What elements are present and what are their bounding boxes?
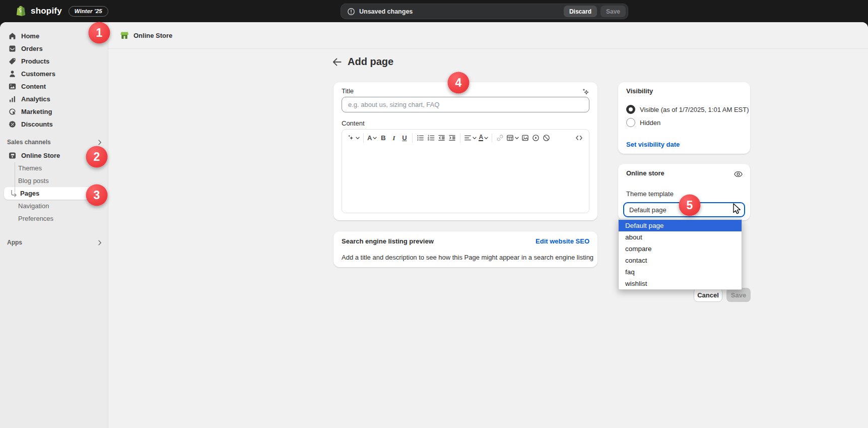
magic-icon[interactable]: [347, 132, 361, 144]
numbered-list-icon[interactable]: [426, 132, 436, 144]
seo-description: Add a title and description to see how t…: [342, 254, 593, 261]
dropdown-option-faq[interactable]: faq: [619, 266, 742, 278]
analytics-icon: [7, 95, 17, 104]
discard-button[interactable]: Discard: [564, 6, 597, 17]
theme-template-label: Theme template: [626, 190, 674, 198]
sidebar-item-products[interactable]: Products: [4, 55, 104, 68]
unsaved-changes-text: Unsaved changes: [359, 8, 413, 15]
title-content-card: Title Content: [333, 82, 597, 220]
shopify-magic-icon[interactable]: [581, 88, 590, 97]
annotation-badge-2: 2: [86, 146, 108, 168]
title-input[interactable]: [342, 97, 589, 112]
sidebar-item-discounts[interactable]: Discounts: [4, 118, 104, 131]
radio-hidden[interactable]: Hidden: [626, 118, 660, 127]
link-icon[interactable]: [495, 132, 505, 144]
discounts-icon: [7, 120, 17, 129]
italic-icon[interactable]: I: [388, 132, 399, 144]
sidebar-item-orders[interactable]: Orders: [4, 42, 104, 55]
apps-header[interactable]: Apps: [7, 237, 102, 248]
alert-circle-icon: [347, 8, 355, 16]
main-body: Add page Title Content: [108, 49, 868, 427]
save-button-top[interactable]: Save: [600, 6, 626, 17]
annotation-badge-4: 4: [448, 72, 470, 94]
bold-icon[interactable]: B: [378, 132, 388, 144]
visibility-heading: Visibility: [626, 87, 653, 95]
annotation-badge-1: 1: [89, 22, 110, 44]
dropdown-option-contact[interactable]: contact: [619, 255, 742, 266]
chevron-right-icon: [98, 140, 102, 145]
dropdown-option-compare[interactable]: compare: [619, 243, 742, 255]
content-header: Online Store: [108, 22, 868, 49]
radio-selected-icon: [626, 105, 635, 114]
customers-icon: [7, 70, 17, 79]
unsaved-changes-bar: Unsaved changes Discard Save: [341, 4, 628, 19]
products-tag-icon: [7, 57, 17, 66]
nav-connector-line: [15, 162, 15, 193]
edit-website-seo-link[interactable]: Edit website SEO: [536, 237, 589, 245]
topbar: shopify Winter ’25 Unsaved changes Disca…: [0, 0, 868, 22]
seo-card: Search engine listing preview Edit websi…: [333, 231, 597, 267]
content-label: Content: [342, 119, 365, 127]
orders-icon: [7, 44, 17, 53]
main-area: Online Store Add page Title: [108, 22, 868, 428]
brand: shopify Winter ’25: [14, 5, 108, 18]
radio-unselected-icon: [626, 118, 635, 127]
theme-template-dropdown: Default page about compare contact faq w…: [618, 219, 742, 290]
page-title: Add page: [348, 56, 393, 68]
code-icon[interactable]: [574, 132, 584, 144]
content-icon: [7, 82, 17, 91]
eye-icon[interactable]: [733, 169, 743, 179]
dropdown-option-default-page[interactable]: Default page: [619, 220, 742, 231]
outdent-icon[interactable]: [436, 132, 447, 144]
sidebar-item-preferences[interactable]: Preferences: [4, 212, 104, 225]
elbow-arrow-icon: [10, 190, 18, 197]
seo-heading: Search engine listing preview: [342, 237, 434, 245]
home-icon: [7, 32, 17, 41]
sidebar: Home Orders Products Customers Content: [0, 22, 108, 428]
chevron-right-icon: [98, 240, 102, 246]
indent-icon[interactable]: [447, 132, 457, 144]
sidebar-item-marketing[interactable]: Marketing: [4, 105, 104, 118]
winter-25-badge: Winter ’25: [69, 6, 108, 17]
green-storefront-icon: [119, 30, 129, 40]
sidebar-item-analytics[interactable]: Analytics: [4, 93, 104, 105]
table-icon[interactable]: [505, 132, 520, 144]
save-button[interactable]: Save: [726, 288, 751, 302]
rich-text-editor: A B I U: [342, 129, 589, 213]
align-icon[interactable]: [463, 132, 478, 144]
text-style-icon[interactable]: A: [366, 132, 378, 144]
sidebar-item-customers[interactable]: Customers: [4, 68, 104, 80]
sidebar-item-content[interactable]: Content: [4, 80, 104, 93]
back-arrow-icon[interactable]: [331, 56, 343, 68]
dropdown-option-wishlist[interactable]: wishlist: [619, 278, 742, 289]
set-visibility-date-link[interactable]: Set visibility date: [626, 141, 680, 148]
radio-visible[interactable]: Visible (as of 1/7/2025, 1:01 AM EST): [626, 105, 749, 114]
text-color-icon[interactable]: A: [478, 132, 489, 144]
underline-icon[interactable]: U: [399, 132, 410, 144]
shopify-admin: shopify Winter ’25 Unsaved changes Disca…: [0, 0, 868, 428]
surface: Home Orders Products Customers Content: [0, 22, 868, 428]
marketing-icon: [7, 107, 17, 116]
shopify-logo-icon: [14, 5, 27, 18]
visibility-card: Visibility Visible (as of 1/7/2025, 1:01…: [618, 82, 750, 154]
online-store-heading: Online store: [626, 169, 664, 177]
sidebar-item-blog-posts[interactable]: Blog posts: [4, 174, 104, 187]
content-header-title: Online Store: [133, 32, 172, 39]
annotation-badge-3: 3: [86, 185, 108, 206]
annotation-badge-5: 5: [679, 195, 701, 216]
video-icon[interactable]: [530, 132, 541, 144]
editor-content-area[interactable]: [342, 146, 589, 213]
mouse-cursor-icon: [731, 203, 743, 216]
editor-toolbar: A B I U: [342, 130, 589, 146]
title-label: Title: [342, 87, 354, 95]
clear-formatting-icon[interactable]: [541, 132, 552, 144]
bullet-list-icon[interactable]: [415, 132, 426, 144]
dropdown-option-about[interactable]: about: [619, 231, 742, 243]
image-icon[interactable]: [520, 132, 530, 144]
shopify-wordmark: shopify: [31, 6, 62, 16]
cancel-button[interactable]: Cancel: [694, 288, 722, 302]
storefront-icon: [7, 151, 17, 160]
sales-channels-header[interactable]: Sales channels: [7, 137, 102, 148]
